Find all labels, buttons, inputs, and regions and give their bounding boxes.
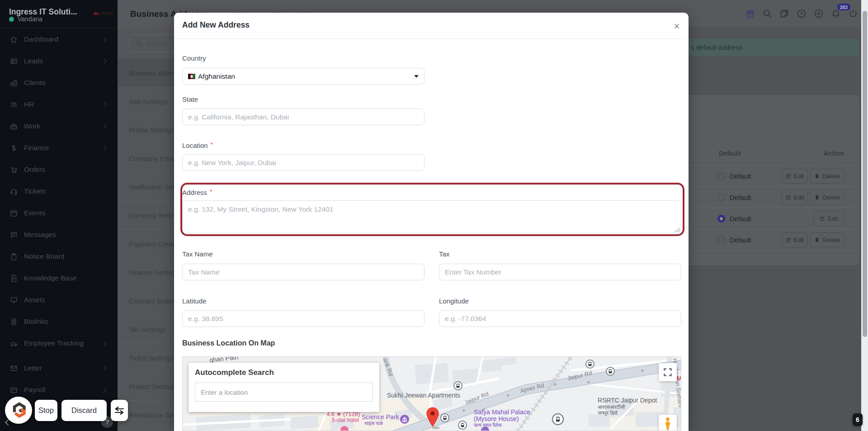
user-name: Vandana bbox=[18, 15, 42, 23]
tax-name-input[interactable] bbox=[182, 264, 425, 280]
longitude-input[interactable] bbox=[439, 310, 681, 327]
chevron-right-icon bbox=[101, 102, 107, 108]
map-label-rsrtc: RSRTC Jaipur Depot bbox=[598, 397, 657, 404]
clock-icon[interactable] bbox=[797, 9, 807, 19]
discard-button[interactable]: Discard bbox=[61, 400, 107, 421]
search-icon[interactable] bbox=[762, 9, 772, 19]
map-label-satya-2: (Mysore House) bbox=[474, 415, 519, 422]
sidebar-item-knowledge-base[interactable]: Knowledge Base bbox=[0, 269, 118, 287]
map-label-satya-hindi: सत्य महल पैलेस bbox=[473, 422, 502, 428]
sidebar-item-messages[interactable]: Messages bbox=[0, 226, 118, 244]
swap-arrows-icon bbox=[114, 406, 125, 416]
edit-button[interactable]: Edit bbox=[814, 211, 844, 226]
sidebar-item-hr[interactable]: HR bbox=[0, 95, 118, 114]
chevron-down-icon bbox=[414, 75, 419, 78]
chevron-right-icon bbox=[101, 123, 107, 129]
gift-icon[interactable] bbox=[745, 9, 755, 19]
fullscreen-icon bbox=[664, 368, 672, 376]
badge-icon bbox=[10, 318, 18, 326]
address-label: Address* bbox=[182, 188, 212, 196]
latitude-input[interactable] bbox=[182, 310, 425, 327]
monitor-icon bbox=[10, 296, 18, 304]
afghanistan-flag-icon bbox=[188, 74, 195, 79]
sidebar-item-finance[interactable]: Finance bbox=[0, 139, 118, 157]
map-label-rsrtc-hindi-1: आरएसआरटीसी bbox=[598, 404, 625, 410]
step-count-badge: 6 bbox=[853, 413, 863, 426]
recorder-logo[interactable] bbox=[5, 397, 32, 424]
online-status-dot bbox=[9, 17, 14, 22]
payroll-icon bbox=[10, 386, 18, 394]
envelope-icon bbox=[10, 365, 18, 372]
note-icon[interactable] bbox=[779, 9, 789, 19]
sidebar-item-dashboard[interactable]: Dashboard bbox=[0, 30, 118, 48]
sidebar-item-orders[interactable]: Orders bbox=[0, 161, 118, 179]
sidebar-item-work[interactable]: Work bbox=[0, 117, 118, 135]
edit-button[interactable]: Edit bbox=[782, 190, 808, 205]
sidebar-item-assets[interactable]: Assets bbox=[0, 291, 118, 309]
sidebar-item-tickets[interactable]: Tickets bbox=[0, 182, 118, 200]
edit-button[interactable]: Edit bbox=[782, 169, 808, 184]
sidebar-item-payroll[interactable]: Payroll bbox=[0, 381, 118, 399]
sidebar-item-biolinks[interactable]: Biolinks bbox=[0, 313, 118, 331]
modal-header-divider bbox=[174, 38, 689, 39]
autocomplete-card: Autocomplete Search bbox=[189, 363, 379, 412]
tax-label: Tax bbox=[439, 250, 449, 258]
country-select[interactable]: Afghanistan bbox=[182, 68, 425, 85]
briefcase-icon bbox=[10, 123, 18, 130]
business-location-map[interactable]: ghan Path ank Rd Sukhi Jeewan Apartments… bbox=[182, 356, 681, 431]
sidebar-item-clients[interactable]: Clients bbox=[0, 74, 118, 92]
latitude-label: Latitude bbox=[182, 297, 206, 305]
add-new-address-modal: Add New Address × Country Afghanistan St… bbox=[174, 13, 689, 431]
scrollbar-thumb[interactable] bbox=[863, 11, 867, 337]
chevron-right-icon bbox=[101, 365, 107, 371]
swap-button[interactable] bbox=[111, 400, 128, 421]
chevron-right-icon bbox=[101, 37, 107, 43]
country-label: Country bbox=[182, 54, 206, 62]
default-radio[interactable] bbox=[717, 194, 725, 201]
scrollbar-track[interactable] bbox=[861, 0, 868, 431]
sidebar-item-employee-tracking[interactable]: Employee Tracking bbox=[0, 334, 118, 352]
pegman-icon bbox=[663, 417, 673, 431]
stop-button[interactable]: Stop bbox=[35, 400, 57, 421]
map-label-satya-1: Satya Mahal Palace bbox=[474, 408, 530, 416]
delete-button[interactable]: Delete bbox=[810, 169, 844, 184]
sidebar-item-letter[interactable]: Letter bbox=[0, 359, 118, 377]
bell-icon[interactable]: 283 bbox=[831, 9, 841, 19]
dollar-icon bbox=[10, 144, 18, 152]
required-asterisk: * bbox=[211, 141, 213, 148]
delete-button[interactable]: Delete bbox=[810, 190, 844, 205]
autocomplete-input[interactable] bbox=[195, 383, 373, 402]
default-radio[interactable] bbox=[717, 172, 725, 180]
user-status: Vandana bbox=[9, 15, 42, 23]
sidebar-item-events[interactable]: Events bbox=[0, 204, 118, 222]
chevron-right-icon bbox=[101, 387, 107, 393]
building-icon bbox=[10, 79, 18, 87]
tracking-icon bbox=[10, 340, 18, 347]
sidebar-item-leads[interactable]: Leads bbox=[0, 52, 118, 70]
chat-icon bbox=[10, 231, 18, 239]
state-input[interactable] bbox=[182, 109, 425, 125]
address-textarea[interactable] bbox=[182, 200, 681, 233]
location-input[interactable] bbox=[182, 154, 425, 171]
state-label: State bbox=[182, 95, 198, 103]
pegman-button[interactable] bbox=[659, 415, 677, 431]
default-radio-selected[interactable] bbox=[717, 215, 725, 223]
alert-text: s default address bbox=[691, 43, 742, 51]
trash-icon bbox=[814, 237, 820, 243]
edit-icon bbox=[786, 237, 792, 243]
power-icon[interactable] bbox=[848, 9, 858, 19]
sidebar-item-notice-board[interactable]: Notice Board bbox=[0, 247, 118, 265]
chevron-right-icon bbox=[101, 145, 107, 151]
delete-button[interactable]: Delete bbox=[810, 232, 844, 247]
location-label: Location* bbox=[182, 141, 213, 149]
fullscreen-button[interactable] bbox=[659, 363, 677, 381]
sidebar: Ingress IT Soluti... INGRESS Vandana Das… bbox=[0, 0, 118, 431]
tax-input[interactable] bbox=[439, 264, 681, 280]
id-card-icon bbox=[10, 57, 18, 65]
default-radio[interactable] bbox=[717, 236, 725, 244]
home-icon bbox=[10, 36, 18, 43]
plus-circle-icon[interactable] bbox=[814, 9, 824, 19]
close-icon[interactable]: × bbox=[672, 22, 682, 32]
edit-icon bbox=[786, 194, 792, 200]
edit-button[interactable]: Edit bbox=[782, 232, 808, 247]
